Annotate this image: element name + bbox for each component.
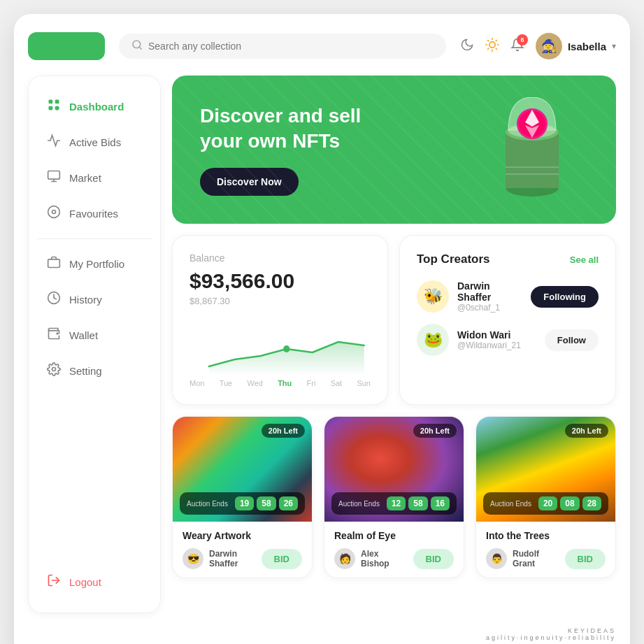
theme-sun-button[interactable] — [485, 38, 499, 55]
nft-footer-0: 😎 DarwinShaffer BID — [183, 548, 302, 569]
follow-button-1[interactable]: Follow — [545, 329, 599, 351]
svg-rect-12 — [55, 100, 59, 104]
nft-info-0: Weary Artwork 😎 DarwinShaffer BID — [173, 522, 312, 578]
bid-button-0[interactable]: BID — [262, 549, 302, 569]
see-all-link[interactable]: See all — [570, 255, 599, 265]
svg-rect-13 — [55, 106, 59, 110]
creator-handle-0: @0schaf_1 — [457, 303, 522, 313]
creator-row-0: 🐝 Darwin Shaffer @0schaf_1 Following — [417, 280, 599, 313]
timer-s-2: 28 — [582, 496, 601, 510]
svg-line-1 — [139, 47, 141, 49]
creators-card: Top Creators See all 🐝 Darwin Shaffer @0… — [399, 235, 616, 405]
auction-timer-1: 12 58 16 — [387, 496, 450, 510]
creators-header: Top Creators See all — [417, 252, 599, 266]
nft-creator-0: 😎 DarwinShaffer — [183, 548, 238, 569]
day-sat: Sat — [331, 379, 343, 387]
day-sun: Sun — [357, 379, 371, 387]
timer-m-0: 58 — [257, 496, 276, 510]
sidebar-item-history[interactable]: History — [37, 283, 152, 316]
footer-brand: KEYIDEAS agility·ingenuity·reliability — [28, 624, 616, 644]
creator-handle-1: @Wildanwari_21 — [457, 341, 536, 350]
day-tue: Tue — [220, 379, 233, 387]
nft-creator-name-1: AlexBishop — [361, 549, 389, 568]
nft-coin-svg — [487, 97, 578, 202]
following-button-0[interactable]: Following — [531, 286, 599, 308]
user-name: Isabella — [568, 41, 606, 52]
timer-s-0: 26 — [279, 496, 298, 510]
nft-card-2: 20h Left Auction Ends 20 08 28 Into the … — [475, 416, 616, 578]
creator-avatar-1: 🐸 — [417, 324, 449, 356]
svg-point-18 — [48, 206, 60, 218]
bid-button-1[interactable]: BID — [413, 549, 454, 569]
creator-info-0: Darwin Shaffer @0schaf_1 — [457, 280, 522, 313]
portfolio-icon — [47, 255, 61, 273]
nft-creator-avatar-1: 🧑 — [334, 548, 355, 569]
sidebar-item-label: Dashboard — [69, 101, 124, 113]
sidebar-item-dashboard[interactable]: Dashboard — [37, 90, 152, 123]
svg-rect-11 — [49, 100, 53, 104]
sidebar-item-active-bids[interactable]: Active Bids — [37, 126, 152, 159]
sidebar: Dashboard Active Bids Market Favourites — [28, 76, 161, 613]
sidebar-item-label: Active Bids — [69, 136, 121, 148]
sidebar-item-label: Setting — [69, 365, 102, 377]
logo-button[interactable] — [28, 32, 105, 60]
main-layout: Dashboard Active Bids Market Favourites — [28, 76, 616, 613]
balance-card: Balance $93,566.00 $8,867.30 — [172, 235, 388, 405]
svg-point-35 — [283, 345, 289, 352]
creator-info-1: Widon Wari @Wildanwari_21 — [457, 329, 536, 350]
svg-line-9 — [487, 48, 488, 49]
theme-moon-button[interactable] — [460, 38, 474, 55]
sidebar-item-setting[interactable]: Setting — [37, 355, 152, 387]
day-wed: Wed — [247, 379, 262, 387]
balance-label: Balance — [189, 252, 371, 264]
chevron-down-icon: ▾ — [612, 41, 616, 51]
avatar: 🧙 — [536, 33, 562, 59]
svg-line-6 — [496, 48, 496, 49]
time-badge-1: 20h Left — [413, 424, 457, 438]
nft-creator-2: 👨 RudolfGrant — [486, 548, 539, 569]
sidebar-logout-label: Logout — [69, 576, 101, 588]
sidebar-item-favourites[interactable]: Favourites — [37, 197, 152, 230]
svg-point-2 — [489, 41, 495, 47]
wallet-icon — [47, 327, 61, 344]
favourites-icon — [47, 205, 61, 222]
auction-bar-0: Auction Ends 19 58 26 — [180, 492, 305, 515]
brand-name: KEYIDEAS — [28, 627, 616, 634]
auction-timer-2: 20 08 28 — [538, 496, 601, 510]
notification-button[interactable]: 6 — [510, 38, 524, 55]
bid-button-2[interactable]: BID — [565, 549, 606, 569]
timer-h-1: 12 — [387, 496, 406, 510]
sidebar-item-wallet[interactable]: Wallet — [37, 319, 152, 352]
nft-name-0: Weary Artwork — [183, 530, 302, 541]
nft-creator-1: 🧑 AlexBishop — [334, 548, 389, 569]
nft-image-wrap-0: 20h Left Auction Ends 19 58 26 — [173, 417, 312, 522]
day-mon: Mon — [189, 379, 204, 387]
svg-rect-20 — [48, 259, 60, 268]
creator-name-1: Widon Wari — [457, 329, 536, 341]
dashboard-icon — [47, 98, 61, 115]
timer-m-2: 08 — [560, 496, 579, 510]
svg-line-10 — [496, 40, 496, 41]
search-bar — [119, 34, 446, 59]
auction-bar-1: Auction Ends 12 58 16 — [331, 492, 457, 515]
nft-info-1: Realm of Eye 🧑 AlexBishop BID — [324, 522, 464, 578]
nft-footer-1: 🧑 AlexBishop BID — [334, 548, 454, 569]
sidebar-item-market[interactable]: Market — [37, 162, 152, 194]
hero-banner: Discover and sell your own NFTs Discover… — [172, 76, 616, 224]
auction-ends-label-2: Auction Ends — [490, 500, 531, 508]
creator-row-1: 🐸 Widon Wari @Wildanwari_21 Follow — [417, 324, 599, 356]
active-bids-icon — [47, 134, 61, 151]
balance-amount: $93,566.00 — [189, 269, 371, 293]
sidebar-item-portfolio[interactable]: My Portfolio — [37, 248, 152, 280]
hero-nft-image — [476, 101, 588, 199]
creator-name-0: Darwin Shaffer — [457, 280, 522, 303]
nft-card-0: 20h Left Auction Ends 19 58 26 Weary Art… — [172, 416, 313, 578]
middle-row: Balance $93,566.00 $8,867.30 — [172, 235, 616, 405]
sidebar-item-logout[interactable]: Logout — [37, 566, 152, 599]
nft-row: 20h Left Auction Ends 19 58 26 Weary Art… — [172, 416, 616, 578]
auction-ends-label-0: Auction Ends — [187, 500, 228, 508]
user-profile[interactable]: 🧙 Isabella ▾ — [536, 33, 616, 59]
timer-m-1: 58 — [408, 496, 427, 510]
sidebar-divider — [37, 238, 152, 239]
search-input[interactable] — [148, 41, 434, 52]
